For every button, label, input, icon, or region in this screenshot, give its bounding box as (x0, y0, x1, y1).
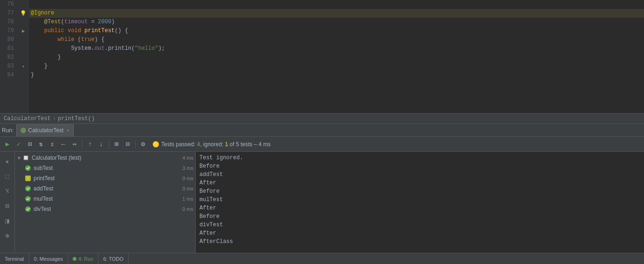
gutter-81 (18, 44, 29, 53)
breadcrumb-method: printTest() (58, 115, 95, 122)
tab-messages[interactable]: 0: Messages (29, 253, 68, 264)
gutter-80 (18, 35, 29, 44)
run-tab-bottom-label: 4: Run (78, 256, 93, 262)
breadcrumb-bar: CalculatorTest › printTest() (0, 113, 644, 123)
editor-area: 76 77 78 79 80 81 82 83 84 💡 ▶ ▾ @Ignore (0, 0, 644, 123)
down-button[interactable]: ↓ (96, 139, 106, 149)
output-line-2: Before (199, 162, 640, 170)
tab-todo[interactable]: 6: TODO (98, 253, 129, 264)
status-icon: 🟡 (152, 141, 159, 148)
test-tree[interactable]: ▼ 🔲 CalculatorTest (test) 4 ms subTest 3… (15, 152, 196, 264)
activity-2[interactable]: ⌥ (1, 184, 14, 197)
output-line-7: After (199, 204, 640, 212)
subtest-label: subTest (34, 165, 53, 171)
tab-pass-icon (21, 128, 26, 133)
subtest-duration: 3 ms (182, 165, 193, 171)
breadcrumb-class: CalculatorTest (4, 115, 51, 122)
tree-subtest[interactable]: subTest 3 ms (15, 163, 195, 173)
output-line-10: After (199, 229, 640, 237)
run-tab-calculator[interactable]: CalculatorTest × (16, 124, 73, 136)
gutter-84 (18, 71, 29, 80)
toolbar-sep-2 (109, 140, 109, 149)
printtest-icon: ! (24, 175, 32, 182)
code-container: 76 77 78 79 80 81 82 83 84 💡 ▶ ▾ @Ignore (0, 0, 644, 113)
settings-button[interactable]: ⚙ (138, 139, 148, 149)
output-line-11: AfterClass (199, 237, 640, 246)
root-duration: 4 ms (182, 155, 193, 161)
tab-terminal[interactable]: Terminal (0, 253, 29, 264)
code-line-79: public void printTest() { (29, 27, 644, 35)
run-label: Run: (2, 127, 14, 134)
output-line-6: mulTest (199, 196, 640, 204)
code-line-82: } (29, 53, 644, 62)
activity-4[interactable]: ◨ (1, 214, 14, 227)
tree-addtest[interactable]: addTest 0 ms (15, 183, 195, 194)
stop-button[interactable]: ⊟ (25, 139, 35, 149)
root-label: CalculatorTest (test) (32, 155, 82, 161)
addtest-duration: 0 ms (182, 186, 193, 191)
output-line-5: Before (199, 187, 640, 196)
rerun-button[interactable]: ✓ (14, 139, 24, 149)
gutter-77: 💡 (18, 9, 29, 18)
addtest-label: addTest (34, 185, 53, 192)
breadcrumb-separator: › (53, 115, 56, 122)
output-line-1: Test ignored. (199, 154, 640, 162)
activity-3[interactable]: ⊟ (1, 199, 14, 212)
code-line-83: } (29, 62, 644, 71)
output-line-4: After (199, 179, 640, 187)
code-line-84: } (29, 71, 644, 80)
output-empty (199, 246, 640, 251)
code-line-76 (29, 0, 644, 9)
activity-favorites[interactable]: ★ (1, 155, 14, 168)
sort2-button[interactable]: ⇕ (47, 139, 57, 149)
gutter-76 (18, 0, 29, 9)
bottom-tab-bar: Terminal 0: Messages 4: Run 6: TODO (0, 253, 644, 264)
activity-bar: ★ ⬚ ⌥ ⊟ ◨ ⊕ ✕ (0, 152, 15, 264)
multest-duration: 1 ms (182, 196, 193, 202)
multest-label: mulTest (34, 196, 53, 202)
code-lines[interactable]: @Ignore @Test(timeout = 2000) public voi… (29, 0, 644, 113)
gutter-82 (18, 53, 29, 62)
svg-text:!: ! (27, 176, 29, 181)
root-icon: 🔲 (22, 154, 30, 162)
tree-root[interactable]: ▼ 🔲 CalculatorTest (test) 4 ms (15, 153, 195, 163)
multest-icon (24, 195, 32, 203)
tab-close-button[interactable]: × (66, 128, 69, 133)
test-output[interactable]: Test ignored. Before addTest After Befor… (196, 152, 644, 264)
output-line-3: addTest (199, 170, 640, 179)
status-text: Tests passed: 4, ignored: 1 of 5 tests –… (161, 141, 271, 148)
addtest-icon (24, 185, 32, 192)
run-tab-label: CalculatorTest (28, 127, 63, 134)
import-button[interactable]: ⊟ (123, 139, 133, 149)
activity-1[interactable]: ⬚ (1, 169, 14, 183)
code-line-81: System.out.println("hello"); (29, 44, 644, 53)
tab-run[interactable]: 4: Run (68, 253, 98, 264)
gutter-79: ▶ (18, 27, 29, 35)
tree-multest[interactable]: mulTest 1 ms (15, 194, 195, 204)
run-button[interactable]: ▶ (2, 139, 13, 149)
run-status-dot (73, 257, 76, 261)
divtest-icon (24, 205, 32, 213)
toolbar-sep-3 (135, 140, 136, 149)
gutter: 💡 ▶ ▾ (18, 0, 29, 113)
printtest-label: printTest (34, 175, 55, 182)
gutter-83: ▾ (18, 62, 29, 71)
tree-printtest[interactable]: ! printTest 0 ms (15, 173, 195, 183)
terminal-label: Terminal (5, 256, 24, 262)
test-status: 🟡 Tests passed: 4, ignored: 1 of 5 tests… (152, 141, 271, 148)
expand-button[interactable]: ⇔ (69, 139, 80, 149)
output-line-9: divTest (199, 221, 640, 229)
up-button[interactable]: ↑ (85, 139, 95, 149)
run-content: ★ ⬚ ⌥ ⊟ ◨ ⊕ ✕ ▼ 🔲 CalculatorTest (test) … (0, 152, 644, 264)
activity-5[interactable]: ⊕ (1, 229, 14, 242)
tree-divtest[interactable]: divTest 0 ms (15, 204, 195, 214)
collapse-button[interactable]: ← (58, 139, 69, 149)
sort-button[interactable]: ⇅ (36, 139, 46, 149)
gutter-78 (18, 18, 29, 27)
code-line-80: while (true) { (29, 35, 644, 44)
export-button[interactable]: ⊞ (111, 139, 122, 149)
subtest-icon (24, 164, 32, 172)
messages-label: 0: Messages (34, 256, 63, 262)
code-line-78: @Test(timeout = 2000) (29, 18, 644, 27)
run-panel: Run: CalculatorTest × ▶ ✓ ⊟ ⇅ ⇕ ← ⇔ ↑ ↓ … (0, 123, 644, 264)
